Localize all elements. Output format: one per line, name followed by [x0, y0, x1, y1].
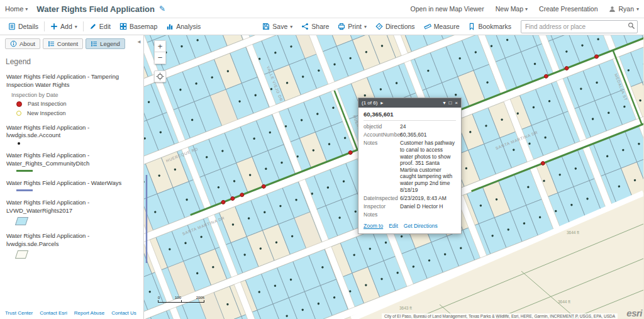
- tab-legend[interactable]: Legend: [86, 38, 125, 49]
- layer-title: Water Rights Field Application - lvwdgis…: [4, 118, 140, 141]
- community-ditch-swatch: [16, 170, 33, 172]
- parcels-polygon-swatch: [15, 250, 28, 259]
- legend-section: Water Rights Field Application - LVWD_Wa…: [4, 193, 140, 227]
- maximize-icon[interactable]: □: [448, 98, 452, 108]
- legend-section: Water Rights Field Application - WaterWa…: [4, 174, 140, 193]
- open-in-new-map-viewer-link[interactable]: Open in new Map Viewer: [411, 5, 484, 13]
- map-canvas[interactable]: 3644 ft 3644 ft 3643 ft VALLE VIEJO DR H…: [144, 35, 644, 319]
- legend-item: [4, 169, 140, 174]
- layer-title: Water Rights Field Application - Water_R…: [4, 146, 140, 169]
- separator: [83, 21, 84, 31]
- esri-logo: esri: [626, 308, 642, 318]
- legend-item: Past Inspection: [4, 99, 140, 109]
- basemap-button[interactable]: Basemap: [115, 21, 162, 32]
- new-map-menu[interactable]: New Map▾: [496, 5, 528, 13]
- details-button[interactable]: Details: [4, 21, 43, 32]
- tab-about[interactable]: About: [5, 38, 40, 49]
- app-header: Home▾ Water Rights Field Application ✎ O…: [0, 0, 644, 18]
- edit-title-icon[interactable]: ✎: [159, 4, 165, 13]
- home-menu[interactable]: Home▾: [5, 5, 28, 13]
- report-abuse-link[interactable]: Report Abuse: [74, 310, 104, 316]
- field-row: AccountNumber60,365,601: [364, 132, 456, 138]
- chevron-down-icon: ▾: [290, 24, 292, 30]
- share-button[interactable]: Share: [297, 21, 333, 32]
- elevation-label: 3643 ft: [399, 306, 412, 310]
- chevron-down-icon: ▾: [636, 6, 639, 12]
- popup-title: 60,365,601: [364, 111, 456, 121]
- popup-body: 60,365,601 objectid24 AccountNumber60,36…: [358, 108, 461, 233]
- panel-tabs: About Content Legend ◄: [0, 35, 143, 52]
- get-directions-link[interactable]: Get Directions: [404, 223, 438, 229]
- trust-center-link[interactable]: Trust Center: [5, 310, 33, 316]
- collapse-panel-icon[interactable]: ◄: [136, 39, 142, 45]
- directions-button[interactable]: Directions: [371, 21, 419, 32]
- field-row: Notes: [364, 211, 456, 218]
- layer-title: Water Rights Field Application - LVWD_Wa…: [4, 193, 140, 216]
- print-button[interactable]: Print▾: [333, 21, 371, 32]
- user-menu[interactable]: Ryan▾: [609, 5, 639, 13]
- legend-item: [4, 188, 140, 193]
- edit-button[interactable]: Edit: [85, 21, 115, 32]
- separator: [44, 21, 45, 31]
- zoom-out-button[interactable]: −: [154, 52, 166, 64]
- pencil-icon: [89, 23, 97, 30]
- details-icon: [8, 23, 16, 30]
- tab-content[interactable]: Content: [43, 38, 83, 49]
- zoom-to-link[interactable]: Zoom to: [364, 223, 383, 229]
- legend-item: [4, 140, 140, 146]
- save-icon: [262, 23, 270, 30]
- scale-bar: 0100200ft: [158, 296, 204, 303]
- layer-title: Water Rights Field Application - WaterWa…: [4, 174, 140, 188]
- popup-menu-icon[interactable]: ▾: [443, 98, 445, 108]
- popup-pager: (1 of 6): [362, 100, 377, 106]
- search-input[interactable]: [521, 20, 638, 33]
- legend-item: [4, 249, 140, 260]
- legend-section: Water Rights Field Application - lvwdgis…: [4, 227, 140, 260]
- share-icon: [301, 23, 309, 30]
- chevron-down-icon: ▾: [525, 6, 528, 12]
- add-icon: [50, 23, 58, 30]
- print-icon: [338, 23, 345, 30]
- bookmarks-button[interactable]: Bookmarks: [464, 21, 516, 32]
- legend-section: Water Rights Field Application - Water_R…: [4, 146, 140, 174]
- popup-header: (1 of 6) ▸ ▾ □ ×: [358, 98, 461, 108]
- create-presentation-link[interactable]: Create Presentation: [539, 5, 597, 13]
- details-panel: About Content Legend ◄ Legend Water Righ…: [0, 35, 144, 319]
- layer-title: Water Rights Field Application - lvwdgis…: [4, 227, 140, 249]
- layers-icon: [48, 40, 55, 47]
- elevation-label: 3644 ft: [567, 230, 579, 235]
- zoom-controls: + −: [154, 40, 166, 64]
- legend-icon: [91, 40, 97, 47]
- close-icon[interactable]: ×: [455, 98, 458, 108]
- analysis-button[interactable]: Analysis: [162, 21, 205, 32]
- layer-title: Water Rights Field Application - Tamperi…: [4, 67, 140, 90]
- waterways-swatch: [16, 189, 33, 191]
- zoom-in-button[interactable]: +: [154, 40, 166, 52]
- new-inspection-swatch: [16, 111, 21, 116]
- measure-button[interactable]: Measure: [419, 21, 464, 32]
- edit-feature-link[interactable]: Edit: [389, 223, 398, 229]
- locate-button[interactable]: [154, 70, 166, 82]
- person-icon: [609, 6, 616, 13]
- address-search: [521, 20, 638, 33]
- analysis-icon: [166, 23, 174, 30]
- chevron-down-icon: ▾: [25, 6, 28, 12]
- legend-panel-title: Legend: [0, 52, 143, 67]
- contact-us-link[interactable]: Contact Us: [111, 310, 136, 316]
- field-row: NotesCustomer has pathway to canal to ac…: [364, 140, 456, 193]
- next-feature-icon[interactable]: ▸: [380, 98, 383, 108]
- save-button[interactable]: Save▾: [258, 21, 297, 32]
- field-row: objectid24: [364, 123, 456, 130]
- layer-subtitle: Inspection by Date: [4, 90, 140, 99]
- account-point-swatch: [18, 142, 20, 145]
- bookmark-icon: [468, 23, 475, 30]
- water-rights-polygon-swatch: [15, 217, 28, 225]
- feature-popup: (1 of 6) ▸ ▾ □ × 60,365,601 objectid24 A…: [358, 98, 462, 234]
- contact-esri-link[interactable]: Contact Esri: [40, 310, 67, 316]
- search-icon[interactable]: [628, 22, 635, 30]
- chevron-down-icon: ▾: [75, 24, 77, 30]
- legend-list: Water Rights Field Application - Tamperi…: [0, 67, 143, 291]
- field-row: DateInspected6/23/2019, 8:43 AM: [364, 195, 456, 202]
- legend-item: New Inspection: [4, 109, 140, 118]
- add-button[interactable]: Add▾: [46, 21, 82, 32]
